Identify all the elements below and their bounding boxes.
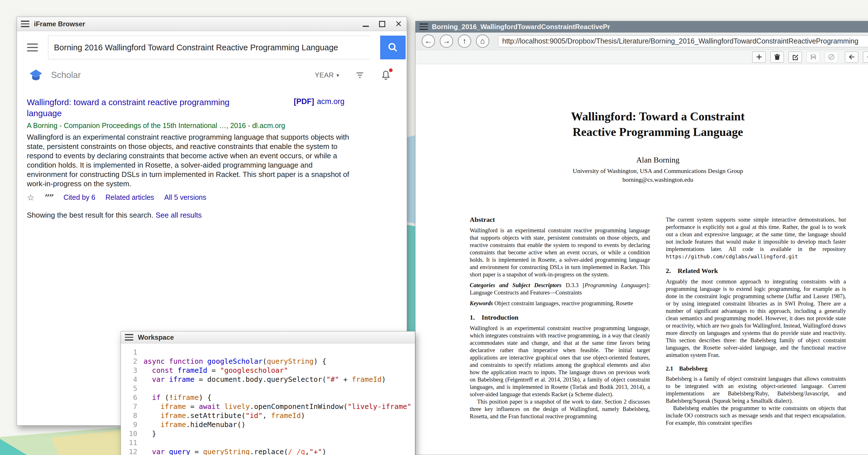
window-title: iFrame Browser (34, 20, 85, 28)
related-articles-link[interactable]: Related articles (105, 193, 154, 202)
sort-filter-icon[interactable] (354, 71, 366, 80)
plus-icon (755, 53, 763, 61)
save-star-icon[interactable]: ☆ (27, 192, 34, 202)
see-all-results-link[interactable]: See all results (156, 211, 202, 219)
minimize-button[interactable] (362, 20, 370, 28)
window-menu-icon[interactable] (21, 21, 29, 27)
window-menu-icon[interactable] (420, 24, 428, 30)
close-button[interactable]: × (394, 20, 403, 28)
cancel-button[interactable] (825, 52, 838, 63)
paragraph: Wallingford is an experimental constrain… (470, 325, 650, 398)
all-versions-link[interactable]: All 5 versions (164, 193, 207, 202)
code-line[interactable]: 8 iframe.setAttribute("id", frameId) (121, 411, 415, 420)
forward-button[interactable]: → (440, 34, 453, 48)
pdf-nav-bar: ← → ↑ ⌂ (415, 32, 868, 50)
line-number: 10 (121, 429, 144, 438)
paper-email: borning@cs.washington.edu (470, 176, 846, 183)
maximize-button[interactable] (378, 20, 386, 28)
year-filter-label: YEAR (315, 71, 334, 79)
line-number: 6 (121, 393, 144, 402)
paper-left-column: AbstractWallingford is an experimental c… (470, 216, 650, 426)
pdf-viewer-window: Borning_2016_WallingfordTowardConstraint… (415, 21, 868, 455)
up-button[interactable]: ↑ (458, 34, 471, 48)
code-line[interactable]: 11 (121, 438, 415, 447)
result-head: Wallingford: toward a constraint reactiv… (27, 97, 397, 119)
window-menu-icon[interactable] (125, 334, 133, 340)
arrow-right-icon (866, 53, 868, 61)
code-line[interactable]: 2async function googleScholar(queryStrin… (121, 357, 415, 366)
code-text: } (144, 429, 156, 438)
workspace-code[interactable]: 12async function googleScholar(queryStri… (121, 343, 415, 455)
result-title-link[interactable]: Wallingford: toward a constraint reactiv… (27, 97, 264, 119)
cited-by-link[interactable]: Cited by 6 (64, 193, 95, 202)
window-title: Borning_2016_WallingfordTowardConstraint… (432, 23, 610, 31)
code-line[interactable]: 9 iframe.hideMenubar() (121, 420, 415, 429)
trash-icon (773, 53, 781, 61)
code-line[interactable]: 1 (121, 348, 415, 357)
line-number: 12 (121, 447, 144, 455)
previous-page-button[interactable] (845, 52, 858, 63)
result-byline: A Borning - Companion Proceedings of the… (27, 122, 397, 130)
section-heading: 2. Related Work (666, 267, 846, 274)
code-line[interactable]: 7 iframe = await lively.openComponentInW… (121, 402, 415, 411)
workspace-titlebar[interactable]: Workspace (121, 332, 415, 343)
line-number: 1 (121, 348, 144, 357)
code-line[interactable]: 12 var query = queryString.replace(/ /g,… (121, 447, 415, 455)
iframe-browser-titlebar[interactable]: iFrame Browser × (17, 17, 407, 31)
cite-icon[interactable]: ”” (44, 194, 53, 201)
search-input[interactable] (48, 36, 370, 59)
result-snippet: Wallingford is an experimental constrain… (27, 132, 352, 188)
code-line[interactable]: 10 } (121, 429, 415, 438)
code-text: iframe.setAttribute("id", frameId) (144, 411, 305, 420)
next-page-button[interactable] (863, 52, 868, 63)
code-line[interactable]: 3 const frameId = "googlescholoar" (121, 366, 415, 375)
paragraph: Arguably the most common approach to int… (666, 278, 846, 359)
paper-author: Alan Borning (470, 155, 846, 164)
code-text: async function googleScholar(queryString… (144, 357, 326, 366)
home-button[interactable]: ⌂ (476, 34, 489, 48)
edit-button[interactable] (788, 52, 802, 63)
add-button[interactable] (752, 52, 766, 63)
line-number: 8 (121, 411, 144, 420)
code-text: var query = queryString.replace(/ /g,"+"… (144, 447, 326, 455)
code-line[interactable]: 5 (121, 384, 415, 393)
arrow-left-icon: ← (425, 37, 432, 46)
line-number: 4 (121, 375, 144, 384)
year-filter-dropdown[interactable]: YEAR ▾ (315, 71, 339, 79)
search-result: Wallingford: toward a constraint reactiv… (27, 97, 397, 220)
search-button[interactable] (380, 36, 406, 59)
save-button[interactable] (806, 52, 820, 63)
paper-title-line: Wallingford: Toward a Constraint (470, 109, 846, 124)
home-icon: ⌂ (480, 37, 485, 46)
url-input[interactable] (498, 35, 868, 47)
window-title: Workspace (138, 333, 174, 341)
delete-button[interactable] (770, 52, 784, 63)
edit-icon (792, 53, 799, 61)
pdf-page[interactable]: Wallingford: Toward a Constraint Reactiv… (415, 64, 868, 455)
browser-menu-icon[interactable] (27, 43, 38, 52)
chevron-down-icon: ▾ (336, 72, 339, 79)
pdf-tag[interactable]: [PDF] (294, 97, 314, 106)
section-heading: 1. Introduction (470, 314, 650, 321)
pdf-viewer-titlebar[interactable]: Borning_2016_WallingfordTowardConstraint… (415, 21, 868, 32)
scholar-brand[interactable]: Scholar (51, 70, 81, 80)
paper-title-line: Reactive Programming Language (470, 124, 846, 140)
paragraph: Babelsberg enables the programmer to wri… (666, 404, 846, 426)
code-text: if (!iframe) { (144, 393, 212, 402)
subsection-heading: 2.1 Babelsberg (666, 365, 846, 372)
paper-affiliation: University of Washington, USA and Commun… (470, 167, 846, 175)
code-line[interactable]: 4 var iframe = document.body.querySelect… (121, 375, 415, 384)
paper-columns: AbstractWallingford is an experimental c… (470, 216, 846, 426)
back-button[interactable]: ← (422, 34, 435, 48)
pdf-source-link[interactable]: acm.org (317, 97, 345, 106)
paper-right-column: The current system supports some simple … (666, 216, 846, 426)
line-number: 3 (121, 366, 144, 375)
alerts-bell-icon[interactable] (380, 69, 391, 81)
code-line[interactable]: 6 if (!iframe) { (121, 393, 415, 402)
result-pdf: [PDF]acm.org (294, 97, 345, 106)
line-number: 9 (121, 420, 144, 429)
arrow-left-icon (848, 53, 856, 61)
window-controls: × (362, 20, 403, 28)
paragraph: The current system supports some simple … (666, 216, 846, 260)
save-icon (809, 53, 817, 61)
